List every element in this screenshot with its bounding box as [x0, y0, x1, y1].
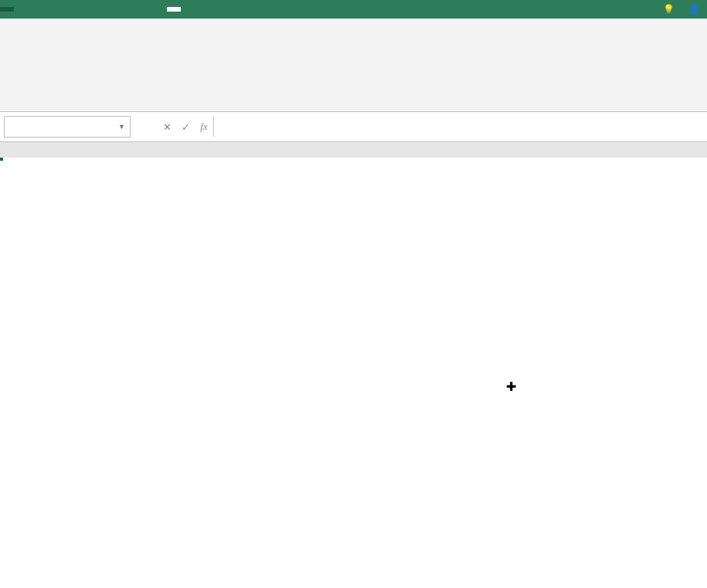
- tab-file[interactable]: [0, 7, 14, 12]
- tab-home[interactable]: [14, 7, 28, 12]
- person-icon: 👤: [688, 4, 700, 15]
- cancel-icon[interactable]: ✕: [158, 117, 176, 136]
- menu-bar: 💡 👤: [0, 0, 707, 19]
- tab-analyze[interactable]: [167, 7, 181, 12]
- tab-view[interactable]: [97, 7, 111, 12]
- tab-insert[interactable]: [28, 7, 42, 12]
- tab-data[interactable]: [70, 7, 83, 12]
- tab-learn[interactable]: [111, 7, 125, 12]
- ribbon: [0, 19, 707, 112]
- worksheet[interactable]: ✚: [0, 142, 707, 588]
- cursor-icon: ✚: [506, 379, 516, 394]
- tab-page-layout[interactable]: [42, 7, 56, 12]
- name-box[interactable]: ▼: [4, 116, 131, 138]
- tab-developer[interactable]: [125, 7, 139, 12]
- formula-bar: ▼ ✕ ✓ fx: [0, 112, 707, 142]
- tab-review[interactable]: [83, 7, 97, 12]
- fx-icon[interactable]: fx: [195, 117, 213, 136]
- tab-formulas[interactable]: [56, 7, 70, 12]
- enter-icon[interactable]: ✓: [176, 117, 195, 136]
- share-button[interactable]: 👤: [682, 2, 707, 17]
- lightbulb-icon: 💡: [663, 4, 675, 15]
- chevron-down-icon[interactable]: ▼: [118, 123, 125, 131]
- tab-special[interactable]: [153, 7, 167, 12]
- tab-design[interactable]: [181, 7, 195, 12]
- tab-help[interactable]: [139, 7, 153, 12]
- tell-me[interactable]: 💡: [656, 2, 682, 17]
- formula-input[interactable]: [213, 117, 707, 137]
